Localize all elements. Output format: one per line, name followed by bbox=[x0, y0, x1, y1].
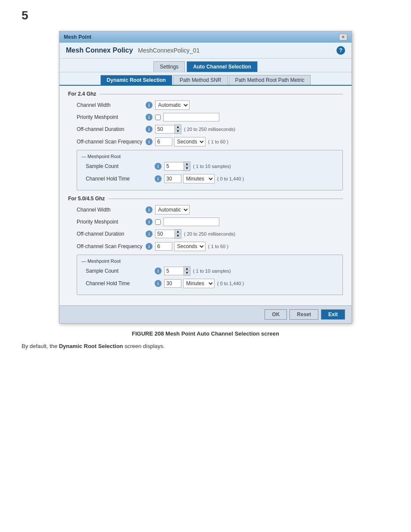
section-50ghz-header: For 5.0/4.5 Ghz bbox=[68, 196, 343, 202]
dialog-titlebar: Mesh Point × bbox=[59, 31, 352, 43]
channel-hold-time-50ghz-label: Channel Hold Time bbox=[86, 280, 155, 286]
channel-width-24ghz-row: Channel Width i Automatic 20 MHz 40 MHz bbox=[68, 100, 343, 110]
meshpoint-root-24ghz-title: — Meshpoint Root bbox=[81, 154, 338, 159]
priority-meshpoint-50ghz-label: Priority Meshpoint bbox=[77, 219, 146, 225]
channel-width-24ghz-info-icon[interactable]: i bbox=[146, 102, 153, 109]
off-channel-scan-freq-24ghz-row: Off-channel Scan Frequency i Seconds Min… bbox=[68, 137, 343, 146]
channel-hold-time-50ghz-info-icon[interactable]: i bbox=[155, 280, 162, 287]
reset-button[interactable]: Reset bbox=[290, 309, 318, 320]
channel-hold-time-24ghz-unit[interactable]: Minutes Seconds bbox=[183, 174, 215, 184]
channel-width-50ghz-select[interactable]: Automatic 20 MHz 40 MHz 80 MHz bbox=[155, 205, 190, 215]
off-channel-scan-freq-50ghz-unit[interactable]: Seconds Minutes bbox=[174, 242, 206, 251]
meshpoint-root-24ghz-box: — Meshpoint Root Sample Count i ▲ ▼ ( 1 … bbox=[77, 150, 343, 190]
off-channel-duration-50ghz-down[interactable]: ▼ bbox=[175, 234, 181, 238]
channel-width-24ghz-label: Channel Width bbox=[77, 102, 146, 108]
sub-tab-path-method-snr[interactable]: Path Method SNR bbox=[173, 75, 228, 85]
off-channel-duration-24ghz-down[interactable]: ▼ bbox=[175, 129, 181, 134]
off-channel-scan-freq-24ghz-info-icon[interactable]: i bbox=[146, 138, 153, 145]
exit-button[interactable]: Exit bbox=[321, 309, 345, 320]
sample-count-24ghz-info-icon[interactable]: i bbox=[155, 163, 162, 170]
ok-button[interactable]: OK bbox=[265, 309, 287, 320]
off-channel-scan-freq-24ghz-unit[interactable]: Seconds Minutes bbox=[174, 137, 206, 146]
priority-meshpoint-24ghz-checkbox[interactable] bbox=[155, 115, 161, 120]
off-channel-duration-24ghz-hint: ( 20 to 250 milliseconds) bbox=[184, 127, 235, 132]
channel-width-24ghz-select[interactable]: Automatic 20 MHz 40 MHz bbox=[155, 100, 190, 110]
description-text: By default, the Dynamic Root Selection s… bbox=[22, 342, 314, 351]
off-channel-duration-24ghz-up[interactable]: ▲ bbox=[175, 125, 181, 129]
off-channel-duration-50ghz-hint: ( 20 to 250 milliseconds) bbox=[184, 231, 235, 236]
channel-hold-time-24ghz-info-icon[interactable]: i bbox=[155, 175, 162, 182]
channel-hold-time-50ghz-hint: ( 0 to 1,440 ) bbox=[217, 281, 244, 286]
section-50ghz: For 5.0/4.5 Ghz Channel Width i Automati… bbox=[68, 196, 343, 295]
tab-settings[interactable]: Settings bbox=[153, 61, 185, 72]
off-channel-duration-24ghz-info-icon[interactable]: i bbox=[146, 126, 153, 133]
policy-label: Mesh Connex Policy bbox=[66, 47, 133, 54]
channel-hold-time-50ghz-input[interactable] bbox=[164, 279, 181, 288]
section-24ghz-header: For 2.4 Ghz bbox=[68, 91, 343, 97]
sample-count-50ghz-hint: ( 1 to 10 samples) bbox=[193, 268, 231, 274]
priority-meshpoint-50ghz-info-icon[interactable]: i bbox=[146, 218, 153, 225]
sample-count-24ghz-input[interactable] bbox=[164, 162, 184, 171]
off-channel-scan-freq-24ghz-hint: ( 1 to 60 ) bbox=[208, 139, 228, 144]
off-channel-duration-24ghz-input[interactable] bbox=[155, 125, 174, 134]
priority-meshpoint-24ghz-label: Priority Meshpoint bbox=[77, 114, 146, 120]
figure-caption: FIGURE 208 Mesh Point Auto Channel Selec… bbox=[9, 330, 402, 337]
channel-hold-time-24ghz-label: Channel Hold Time bbox=[86, 176, 155, 182]
sample-count-50ghz-label: Sample Count bbox=[86, 268, 155, 274]
off-channel-duration-50ghz-spinner: ▲ ▼ bbox=[155, 229, 181, 239]
channel-width-50ghz-info-icon[interactable]: i bbox=[146, 206, 153, 213]
priority-meshpoint-50ghz-input[interactable] bbox=[163, 218, 219, 226]
sample-count-24ghz-spinner: ▲ ▼ bbox=[164, 162, 190, 171]
sample-count-50ghz-row: Sample Count i ▲ ▼ ( 1 to 10 samples) bbox=[81, 266, 338, 276]
help-icon[interactable]: ? bbox=[336, 46, 345, 55]
channel-hold-time-24ghz-row: Channel Hold Time i Minutes Seconds ( 0 … bbox=[81, 174, 338, 184]
tab-auto-channel-selection[interactable]: Auto Channel Selection bbox=[187, 61, 258, 72]
dialog-window: Mesh Point × Mesh Connex Policy MeshConn… bbox=[59, 31, 352, 324]
sub-tab-dynamic-root-selection[interactable]: Dynamic Root Selection bbox=[100, 75, 172, 85]
off-channel-scan-freq-24ghz-input[interactable] bbox=[155, 137, 172, 146]
sample-count-50ghz-info-icon[interactable]: i bbox=[155, 268, 162, 274]
off-channel-scan-freq-50ghz-hint: ( 1 to 60 ) bbox=[208, 244, 228, 249]
close-button[interactable]: × bbox=[339, 34, 347, 40]
off-channel-scan-freq-50ghz-input[interactable] bbox=[155, 242, 172, 251]
off-channel-scan-freq-50ghz-row: Off-channel Scan Frequency i Seconds Min… bbox=[68, 242, 343, 251]
priority-meshpoint-24ghz-input[interactable] bbox=[163, 113, 219, 121]
sample-count-24ghz-hint: ( 1 to 10 samples) bbox=[193, 164, 231, 169]
channel-width-50ghz-row: Channel Width i Automatic 20 MHz 40 MHz … bbox=[68, 205, 343, 215]
off-channel-scan-freq-50ghz-info-icon[interactable]: i bbox=[146, 243, 153, 250]
off-channel-duration-24ghz-label: Off-channel Duration bbox=[77, 126, 146, 132]
dialog-header: Mesh Connex Policy MeshConnexPolicy_01 ? bbox=[59, 43, 352, 59]
meshpoint-root-50ghz-box: — Meshpoint Root Sample Count i ▲ ▼ ( 1 … bbox=[77, 255, 343, 295]
off-channel-scan-freq-50ghz-label: Off-channel Scan Frequency bbox=[77, 243, 146, 249]
sample-count-50ghz-spinner: ▲ ▼ bbox=[164, 266, 190, 276]
main-tab-bar: Settings Auto Channel Selection bbox=[59, 59, 352, 72]
meshpoint-root-50ghz-title: — Meshpoint Root bbox=[81, 258, 338, 264]
dialog-body: For 2.4 Ghz Channel Width i Automatic 20… bbox=[59, 86, 352, 305]
off-channel-duration-50ghz-row: Off-channel Duration i ▲ ▼ ( 20 to 250 m… bbox=[68, 229, 343, 239]
dialog-title: Mesh Point bbox=[64, 34, 91, 40]
sample-count-24ghz-up[interactable]: ▲ bbox=[184, 162, 190, 166]
off-channel-duration-24ghz-row: Off-channel Duration i ▲ ▼ ( 20 to 250 m… bbox=[68, 124, 343, 134]
off-channel-duration-50ghz-up[interactable]: ▲ bbox=[175, 230, 181, 234]
sub-tab-bar: Dynamic Root Selection Path Method SNR P… bbox=[59, 72, 352, 86]
sample-count-24ghz-label: Sample Count bbox=[86, 163, 155, 169]
channel-hold-time-24ghz-hint: ( 0 to 1,440 ) bbox=[217, 176, 244, 181]
off-channel-duration-50ghz-info-icon[interactable]: i bbox=[146, 230, 153, 237]
sample-count-24ghz-row: Sample Count i ▲ ▼ ( 1 to 10 samples) bbox=[81, 162, 338, 171]
sample-count-50ghz-up[interactable]: ▲ bbox=[184, 267, 190, 271]
sample-count-50ghz-down[interactable]: ▼ bbox=[184, 271, 190, 275]
sample-count-24ghz-down[interactable]: ▼ bbox=[184, 166, 190, 171]
channel-hold-time-50ghz-unit[interactable]: Minutes Seconds bbox=[183, 279, 215, 288]
off-channel-duration-50ghz-label: Off-channel Duration bbox=[77, 231, 146, 237]
channel-hold-time-24ghz-input[interactable] bbox=[164, 174, 181, 183]
dialog-footer: OK Reset Exit bbox=[59, 305, 352, 323]
off-channel-duration-50ghz-input[interactable] bbox=[155, 230, 174, 238]
sub-tab-path-method-root-path-metric[interactable]: Path Method Root Path Metric bbox=[229, 75, 311, 85]
channel-width-50ghz-label: Channel Width bbox=[77, 207, 146, 213]
priority-meshpoint-24ghz-info-icon[interactable]: i bbox=[146, 114, 153, 121]
sample-count-50ghz-input[interactable] bbox=[164, 267, 184, 275]
channel-hold-time-50ghz-row: Channel Hold Time i Minutes Seconds ( 0 … bbox=[81, 279, 338, 288]
priority-meshpoint-50ghz-checkbox[interactable] bbox=[155, 219, 161, 225]
priority-meshpoint-50ghz-row: Priority Meshpoint i bbox=[68, 218, 343, 226]
off-channel-duration-24ghz-spinner: ▲ ▼ bbox=[155, 124, 181, 134]
